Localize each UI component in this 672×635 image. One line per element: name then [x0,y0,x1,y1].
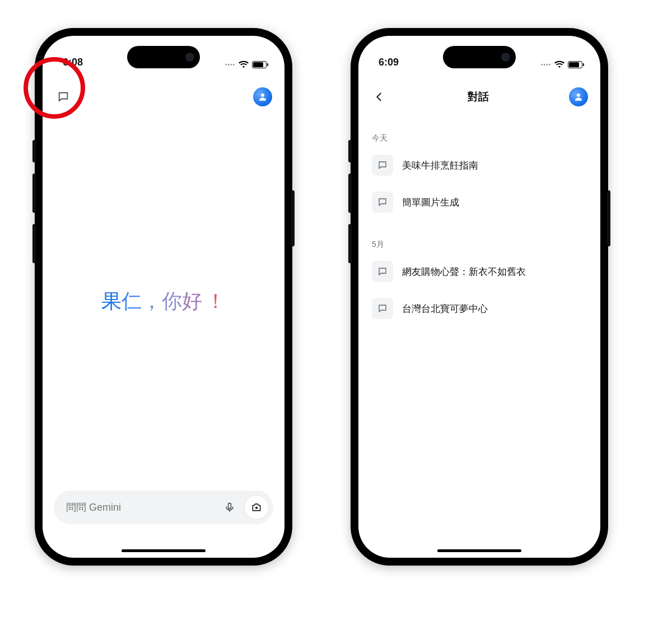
battery-icon [252,61,267,68]
conversation-title: 簡單圖片生成 [402,196,459,209]
chat-icon [372,298,393,319]
conversation-title: 台灣台北寶可夢中心 [402,302,488,315]
dynamic-island [127,46,200,68]
app-header: 對話 [358,84,600,110]
cellular-dots-icon: •••• [225,62,235,68]
conversation-row[interactable]: 簡單圖片生成 [358,184,600,221]
chat-icon [372,192,393,213]
svg-point-0 [261,94,264,97]
home-indicator [122,549,206,552]
app-header [43,84,284,110]
wifi-icon [239,60,249,68]
section-label: 今天 [358,125,600,147]
phone-frame-right: 6:09 •••• 對話 今天 美味牛排烹飪指南 [351,28,608,566]
svg-rect-1 [228,503,231,509]
chat-icon [372,261,393,282]
battery-icon [568,61,582,68]
screen-left: 6:08 •••• 果仁，你好！ [43,36,284,558]
conversation-row[interactable]: 台灣台北寶可夢中心 [358,290,600,327]
conversation-title: 美味牛排烹飪指南 [402,159,478,172]
screen-right: 6:09 •••• 對話 今天 美味牛排烹飪指南 [358,36,600,558]
page-title: 對話 [468,90,489,104]
conversation-list: 今天 美味牛排烹飪指南 簡單圖片生成 5月 網友購物心聲：新衣不如舊衣 台灣台北… [358,125,600,327]
camera-button[interactable] [244,495,269,520]
svg-point-2 [255,507,258,509]
chat-icon [372,155,393,176]
conversation-row[interactable]: 美味牛排烹飪指南 [358,147,600,184]
wifi-icon [554,60,564,68]
back-button[interactable] [371,88,388,105]
profile-avatar[interactable] [253,87,272,106]
conversation-row[interactable]: 網友購物心聲：新衣不如舊衣 [358,253,600,290]
svg-point-3 [577,94,580,97]
cellular-dots-icon: •••• [541,62,551,68]
prompt-input-bar[interactable] [54,491,273,524]
prompt-input[interactable] [66,502,215,513]
dynamic-island [443,46,516,68]
mic-button[interactable] [217,495,242,520]
profile-avatar[interactable] [569,87,588,106]
greeting-text: 果仁，你好！ [43,288,284,315]
status-time: 6:08 [63,57,83,68]
conversations-icon[interactable] [55,88,72,105]
home-indicator [437,549,521,552]
status-time: 6:09 [379,57,399,68]
phone-frame-left: 6:08 •••• 果仁，你好！ [35,28,292,566]
section-label: 5月 [358,232,600,253]
conversation-title: 網友購物心聲：新衣不如舊衣 [402,265,526,278]
